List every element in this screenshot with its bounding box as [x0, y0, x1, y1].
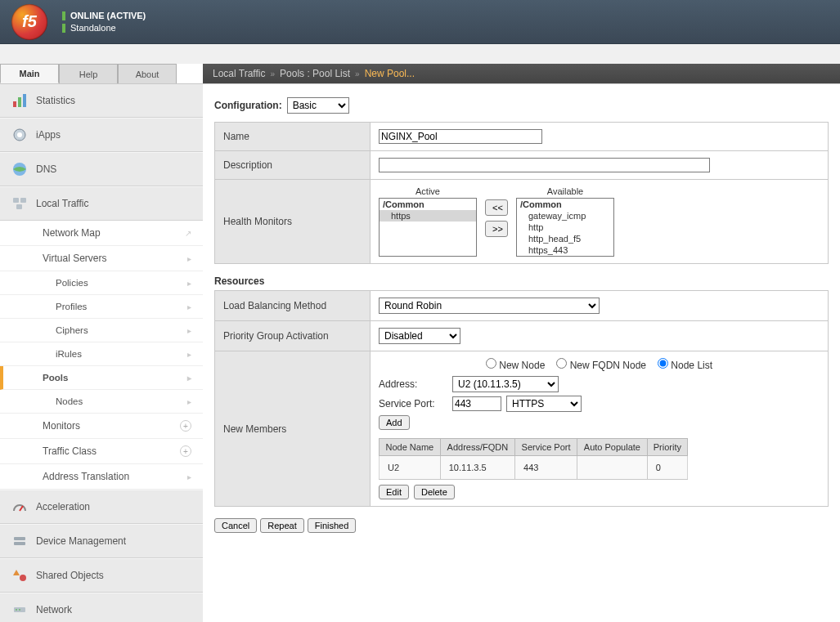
globe-icon: [11, 161, 28, 177]
sidebar-item-dns[interactable]: DNS: [0, 152, 203, 186]
resources-table: Load Balancing Method Round Robin Priori…: [214, 290, 829, 507]
sidebar-item-acceleration[interactable]: Acceleration: [0, 490, 203, 524]
chevron-right-icon: ▸: [187, 326, 191, 335]
sidebar-label: DNS: [36, 163, 56, 175]
sidebar-item-traffic-class[interactable]: Traffic Class+: [0, 439, 203, 464]
svg-line-9: [20, 506, 23, 511]
f5-logo: f5: [11, 4, 47, 40]
list-item[interactable]: http: [517, 222, 613, 233]
service-port-label: Service Port:: [379, 398, 447, 409]
svg-marker-12: [13, 570, 20, 575]
service-port-input[interactable]: [452, 396, 501, 411]
list-item[interactable]: https_443: [517, 244, 613, 256]
sidebar-item-device-management[interactable]: Device Management: [0, 524, 203, 558]
cancel-button[interactable]: Cancel: [214, 518, 257, 533]
move-right-button[interactable]: >>: [485, 221, 508, 237]
sidebar-item-statistics[interactable]: Statistics: [0, 84, 203, 118]
available-monitors-listbox[interactable]: /Common gateway_icmp http http_head_f5 h…: [516, 198, 614, 257]
sidebar-item-address-translation[interactable]: Address Translation▸: [0, 464, 203, 490]
status-indicator-icon: [62, 24, 65, 33]
members-table: Node Name Address/FQDN Service Port Auto…: [379, 438, 688, 480]
description-label: Description: [215, 151, 371, 180]
servers-icon: [11, 195, 28, 212]
radio-new-fqdn-node[interactable]: New FQDN Node: [556, 358, 646, 371]
list-item[interactable]: gateway_icmp: [517, 210, 613, 222]
link-icon: ↗: [185, 229, 191, 238]
svg-rect-2: [23, 94, 26, 107]
finished-button[interactable]: Finished: [308, 518, 357, 533]
health-monitors-label: Health Monitors: [215, 180, 371, 264]
sidebar: Statistics iApps DNS Local Traffic Netwo…: [0, 84, 203, 622]
svg-rect-7: [20, 198, 26, 203]
sidebar-item-pools[interactable]: Pools▸: [0, 366, 203, 390]
sidebar-item-policies[interactable]: Policies▸: [0, 271, 203, 295]
edit-button[interactable]: Edit: [379, 485, 409, 499]
gear-icon: [11, 127, 28, 143]
configuration-label: Configuration:: [214, 100, 282, 111]
breadcrumb: Local Traffic » Pools : Pool List » New …: [203, 64, 840, 83]
plus-icon[interactable]: +: [180, 420, 191, 432]
active-title: Active: [416, 186, 440, 196]
address-label: Address:: [379, 378, 447, 390]
active-monitors-listbox[interactable]: /Common https: [379, 198, 477, 257]
tab-about[interactable]: About: [118, 64, 177, 83]
add-button[interactable]: Add: [379, 415, 410, 430]
repeat-button[interactable]: Repeat: [260, 518, 303, 533]
app-header: f5 ONLINE (ACTIVE) Standalone: [0, 0, 840, 44]
description-input[interactable]: [379, 158, 710, 172]
sidebar-label: Device Management: [36, 535, 126, 547]
sidebar-item-shared-objects[interactable]: Shared Objects: [0, 558, 203, 593]
sidebar-item-virtual-servers[interactable]: Virtual Servers▸: [0, 246, 203, 271]
pga-select[interactable]: Disabled: [379, 328, 460, 344]
chevron-right-icon: ▸: [187, 279, 191, 288]
col-auto-populate: Auto Populate: [577, 439, 648, 456]
tab-main[interactable]: Main: [0, 64, 59, 83]
table-row[interactable]: U2 10.11.3.5 443 0: [380, 456, 688, 480]
svg-rect-11: [14, 542, 25, 545]
svg-point-4: [17, 132, 22, 137]
sidebar-item-ciphers[interactable]: Ciphers▸: [0, 319, 203, 342]
service-port-proto-select[interactable]: HTTPS: [506, 396, 582, 412]
radio-new-node[interactable]: New Node: [486, 358, 545, 371]
delete-button[interactable]: Delete: [414, 485, 455, 499]
address-select[interactable]: U2 (10.11.3.5): [452, 376, 559, 392]
chevron-right-icon: ▸: [187, 374, 191, 383]
status-online: ONLINE (ACTIVE): [70, 11, 146, 20]
svg-point-13: [20, 575, 26, 581]
list-item[interactable]: http_head_f5: [517, 233, 613, 244]
new-members-label: New Members: [215, 351, 371, 507]
svg-rect-8: [16, 204, 22, 209]
tab-help[interactable]: Help: [59, 64, 118, 83]
sidebar-item-local-traffic[interactable]: Local Traffic: [0, 186, 203, 221]
radio-node-list[interactable]: Node List: [658, 358, 712, 371]
lbm-select[interactable]: Round Robin: [379, 298, 600, 314]
sidebar-item-iapps[interactable]: iApps: [0, 118, 203, 152]
svg-point-16: [19, 609, 20, 611]
gauge-icon: [11, 499, 28, 515]
network-icon: [11, 602, 28, 618]
svg-rect-10: [14, 537, 25, 540]
sidebar-item-irules[interactable]: iRules▸: [0, 342, 203, 366]
sidebar-item-profiles[interactable]: Profiles▸: [0, 295, 203, 319]
plus-icon[interactable]: +: [180, 445, 191, 457]
sidebar-label: Shared Objects: [36, 570, 104, 581]
svg-rect-1: [18, 97, 21, 107]
name-input[interactable]: [379, 129, 542, 144]
sidebar-item-network-map[interactable]: Network Map↗: [0, 221, 203, 246]
breadcrumb-pools[interactable]: Pools : Pool List: [280, 68, 350, 79]
col-address: Address/FQDN: [440, 439, 514, 456]
status-standalone: Standalone: [70, 23, 116, 33]
sidebar-item-monitors[interactable]: Monitors+: [0, 414, 203, 439]
sidebar-label: Local Traffic: [36, 198, 88, 209]
breadcrumb-root[interactable]: Local Traffic: [213, 68, 265, 79]
sidebar-item-network[interactable]: Network: [0, 593, 203, 622]
chevron-right-icon: ▸: [187, 350, 191, 359]
list-item[interactable]: https: [380, 210, 476, 222]
breadcrumb-current: New Pool...: [365, 68, 415, 79]
chevron-right-icon: ▸: [187, 302, 191, 311]
chart-icon: [11, 92, 28, 109]
configuration-select[interactable]: Basic: [287, 97, 349, 114]
sidebar-item-nodes[interactable]: Nodes▸: [0, 390, 203, 414]
move-left-button[interactable]: <<: [485, 199, 508, 216]
sidebar-label: Acceleration: [36, 501, 90, 512]
